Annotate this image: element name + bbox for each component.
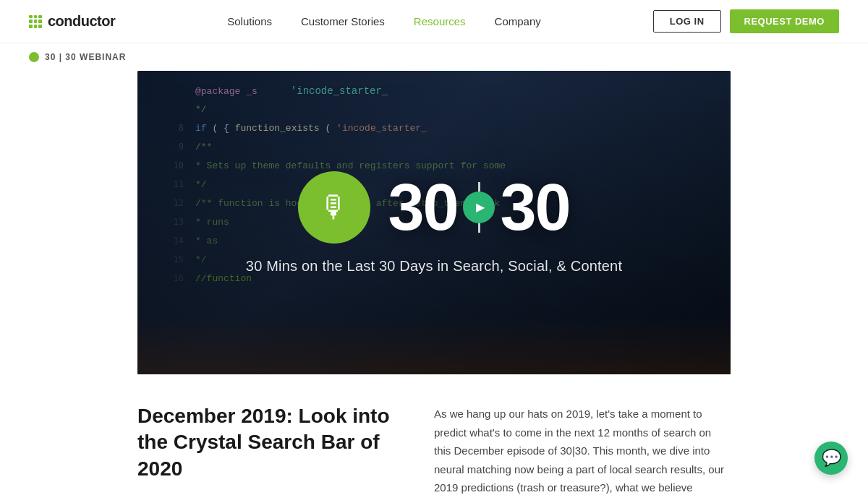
chat-icon: 💬: [822, 449, 841, 468]
article-body: As we hang up our hats on 2019, let's ta…: [434, 405, 731, 495]
main-nav: Solutions Customer Stories Resources Com…: [227, 15, 541, 27]
header-actions: LOG IN REQUEST DEMO: [653, 9, 839, 33]
logo-grid-icon: [29, 15, 42, 28]
header: conductor Solutions Customer Stories Res…: [0, 0, 868, 43]
article-body-area: As we hang up our hats on 2019, let's ta…: [434, 403, 731, 495]
logo-text: conductor: [48, 13, 115, 30]
breadcrumb-label: 30 | 30 WEBINAR: [45, 52, 126, 62]
article-title-area: December 2019: Look into the Crystal Sea…: [137, 403, 391, 482]
microphone-icon-circle: 🎙: [298, 171, 370, 244]
chat-widget[interactable]: 💬: [814, 442, 848, 475]
content-section: December 2019: Look into the Crystal Sea…: [0, 374, 868, 495]
play-button[interactable]: ▶: [463, 191, 495, 223]
request-demo-button[interactable]: REQUEST DEMO: [730, 9, 839, 33]
nav-company[interactable]: Company: [495, 15, 541, 27]
nav-resources[interactable]: Resources: [414, 15, 466, 27]
login-button[interactable]: LOG IN: [653, 10, 721, 33]
hero-subtitle: 30 Mins on the Last 30 Days in Search, S…: [246, 258, 622, 275]
article-title: December 2019: Look into the Crystal Sea…: [137, 403, 391, 482]
play-icon: ▶: [476, 200, 485, 214]
hero-number-left: 30: [388, 175, 457, 240]
hero-numbers: 30 ▶ 30: [388, 175, 569, 240]
breadcrumb-dot-icon: [29, 52, 39, 62]
nav-solutions[interactable]: Solutions: [227, 15, 272, 27]
breadcrumb: 30 | 30 WEBINAR: [0, 43, 868, 71]
hero-content: 🎙 30 ▶ 30 30 Mins on the Last 30 Days in…: [137, 71, 731, 374]
hero-image: @package _s 'incode_starter_ */ 8 if ( {…: [137, 71, 731, 374]
microphone-icon: 🎙: [319, 190, 349, 225]
nav-customer-stories[interactable]: Customer Stories: [301, 15, 385, 27]
hero-number-right: 30: [501, 175, 570, 240]
logo[interactable]: conductor: [29, 13, 115, 30]
hero-top-row: 🎙 30 ▶ 30: [298, 171, 569, 244]
